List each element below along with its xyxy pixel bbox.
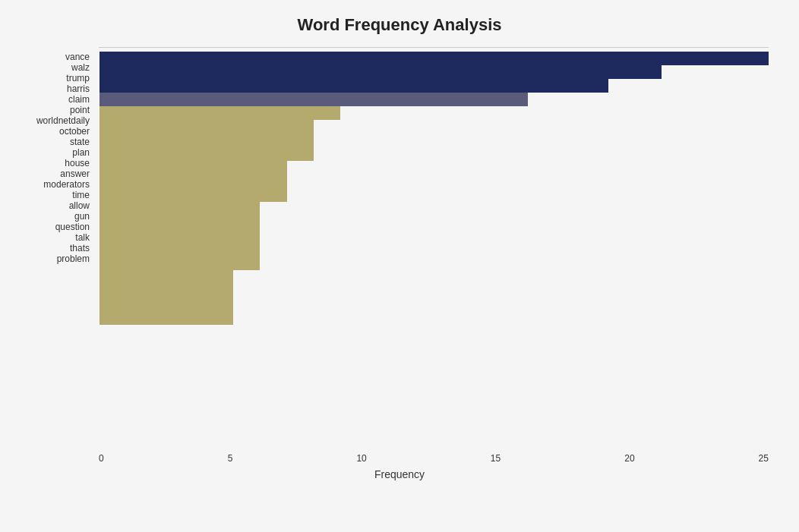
bar — [99, 188, 287, 202]
y-label: talk — [16, 232, 96, 243]
bar-row — [99, 65, 769, 79]
x-axis-label: 20 — [624, 453, 634, 464]
y-label: house — [16, 158, 96, 168]
bar-row — [99, 79, 769, 93]
y-label: plan — [16, 147, 96, 158]
y-label: state — [16, 137, 96, 147]
y-label: walz — [16, 62, 96, 73]
bar-row — [99, 311, 769, 325]
bar — [99, 229, 260, 243]
y-label: time — [16, 190, 96, 200]
chart-title: Word Frequency Analysis — [15, 15, 784, 35]
bar — [99, 257, 260, 270]
y-label: trump — [16, 73, 96, 83]
bar-row — [99, 106, 769, 120]
bar-row — [99, 297, 769, 311]
bar — [99, 270, 233, 284]
bar — [99, 79, 608, 93]
bar-row — [99, 147, 769, 161]
chart-area: vancewalztrumpharrisclaimpointworldnetda… — [15, 47, 784, 480]
bar — [99, 65, 662, 79]
y-label: harris — [16, 83, 96, 94]
bar — [99, 284, 233, 297]
bar — [99, 175, 287, 188]
x-axis-label: 10 — [356, 453, 366, 464]
x-axis-label: 15 — [491, 453, 501, 464]
y-label: claim — [16, 94, 96, 105]
plot-area: vancewalztrumpharrisclaimpointworldnetda… — [99, 47, 769, 48]
chart-container: Word Frequency Analysis vancewalztrumpha… — [0, 0, 799, 532]
bar-row — [99, 229, 769, 243]
y-label: question — [16, 222, 96, 232]
y-label: october — [16, 126, 96, 137]
y-label: answer — [16, 168, 96, 179]
y-label: vance — [16, 52, 96, 62]
bar-row — [99, 202, 769, 216]
x-axis-label: 25 — [759, 453, 769, 464]
y-label: allow — [16, 200, 96, 211]
bar — [99, 297, 233, 311]
bar-row — [99, 134, 769, 147]
bars-container — [99, 47, 769, 56]
y-label: moderators — [16, 179, 96, 190]
bar — [99, 52, 769, 65]
bar-row — [99, 243, 769, 257]
bar — [99, 120, 314, 134]
bar — [99, 147, 314, 161]
bar — [99, 311, 233, 325]
bar — [99, 202, 260, 216]
bar — [99, 161, 287, 175]
bar — [99, 134, 314, 147]
bar-row — [99, 161, 769, 175]
bar-row — [99, 216, 769, 229]
x-axis-label: 0 — [99, 453, 104, 464]
y-label: thats — [16, 243, 96, 253]
y-label: problem — [16, 253, 96, 264]
bar-row — [99, 188, 769, 202]
bar-row — [99, 257, 769, 270]
bar-row — [99, 52, 769, 65]
y-label: worldnetdaily — [16, 115, 96, 126]
y-labels: vancewalztrumpharrisclaimpointworldnetda… — [16, 47, 96, 56]
x-axis-label: 5 — [228, 453, 233, 464]
bar-row — [99, 120, 769, 134]
y-label: point — [16, 105, 96, 115]
bar-row — [99, 284, 769, 297]
x-axis-title: Frequency — [15, 468, 784, 480]
bar — [99, 216, 260, 229]
bar-row — [99, 175, 769, 188]
bar — [99, 106, 340, 120]
bar — [99, 93, 528, 106]
bar — [99, 243, 260, 257]
bar-row — [99, 270, 769, 284]
bar-row — [99, 93, 769, 106]
x-axis-labels: 0510152025 — [99, 453, 769, 464]
y-label: gun — [16, 211, 96, 222]
